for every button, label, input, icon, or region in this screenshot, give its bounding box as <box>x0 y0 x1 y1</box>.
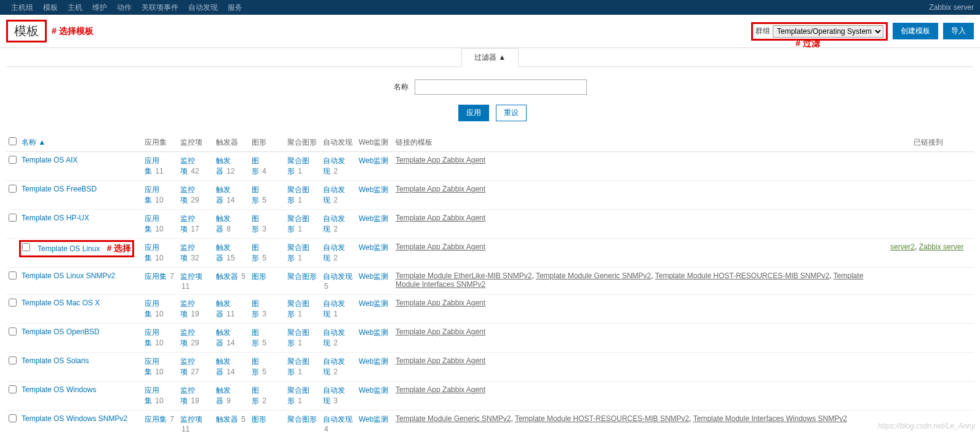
row-checkbox[interactable] <box>9 156 17 164</box>
cell-link[interactable]: 图形 <box>252 415 266 424</box>
col-web: Web监测 <box>356 134 393 152</box>
cell-link[interactable]: 图形 <box>252 357 259 376</box>
web-link[interactable]: Web监测 <box>359 357 388 366</box>
count: 42 <box>191 167 199 175</box>
web-link[interactable]: Web监测 <box>359 243 388 252</box>
count: 12 <box>226 167 234 175</box>
filter-name-input[interactable] <box>415 79 587 95</box>
web-link[interactable]: Web监测 <box>359 156 388 165</box>
cell-link[interactable]: 图形 <box>252 243 259 262</box>
template-name-link[interactable]: Template OS Windows <box>22 385 96 394</box>
web-link[interactable]: Web监测 <box>359 272 388 281</box>
row-checkbox[interactable] <box>9 214 17 222</box>
linked-template[interactable]: Template App Zabbix Agent <box>396 214 485 222</box>
cell-link[interactable]: 图形 <box>252 272 266 281</box>
col-name[interactable]: 名称 ▲ <box>19 134 142 152</box>
cell-link[interactable]: 图形 <box>252 328 259 347</box>
cell-link[interactable]: 自动发现 <box>323 415 353 424</box>
nav-item[interactable]: 动作 <box>112 2 137 13</box>
cell-link[interactable]: 自动发现 <box>323 272 353 281</box>
linked-template[interactable]: Template App Zabbix Agent <box>396 328 485 336</box>
web-link[interactable]: Web监测 <box>359 214 388 223</box>
count: 10 <box>155 254 163 262</box>
filter-tab[interactable]: 过滤器 ▲ <box>461 48 519 67</box>
group-filter-box: 群组 Templates/Operating Systems <box>751 22 888 41</box>
count: 2 <box>333 225 338 233</box>
nav-item[interactable]: 服务 <box>223 2 247 13</box>
nav-item[interactable]: 主机组 <box>6 2 38 13</box>
template-name-link[interactable]: Template OS Linux SNMPv2 <box>22 271 115 280</box>
linked-template[interactable]: Template Module Generic SNMPv2 <box>536 271 651 280</box>
web-link[interactable]: Web监测 <box>359 415 388 424</box>
cell-link[interactable]: 聚合图形 <box>287 272 317 281</box>
count: 10 <box>155 368 163 376</box>
row-checkbox[interactable] <box>9 299 17 307</box>
create-template-button[interactable]: 创建模板 <box>893 23 938 39</box>
linked-template[interactable]: Template Module HOST-RESOURCES-MIB SNMPv… <box>515 414 689 423</box>
row-checkbox[interactable] <box>9 414 17 422</box>
linked-template[interactable]: Template Module EtherLike-MIB SNMPv2 <box>396 271 532 280</box>
nav-item[interactable]: 模板 <box>38 2 63 13</box>
cell-link[interactable]: 图形 <box>252 299 259 318</box>
linked-template[interactable]: Template App Zabbix Agent <box>396 185 485 193</box>
template-name-link[interactable]: Template OS Mac OS X <box>22 299 100 307</box>
count: 14 <box>226 368 234 376</box>
cell-link[interactable]: 图形 <box>252 156 259 175</box>
group-select[interactable]: Templates/Operating Systems <box>773 25 883 38</box>
cell-link[interactable]: 监控项 <box>180 415 202 424</box>
cell-link[interactable]: 触发器 <box>216 415 238 424</box>
cell-link[interactable]: 应用集 <box>145 415 167 424</box>
linked-template[interactable]: Template App Zabbix Agent <box>396 243 485 251</box>
linked-to[interactable]: Zabbix server <box>919 243 964 251</box>
linked-template[interactable]: Template Module HOST-RESOURCES-MIB SNMPv… <box>655 271 829 280</box>
web-link[interactable]: Web监测 <box>359 386 388 395</box>
nav-item[interactable]: 维护 <box>87 2 112 13</box>
cell-link[interactable]: 图形 <box>252 386 259 405</box>
template-name-link[interactable]: Template OS HP-UX <box>22 214 89 222</box>
template-name-link[interactable]: Template OS OpenBSD <box>22 328 100 336</box>
web-link[interactable]: Web监测 <box>359 185 388 194</box>
row-checkbox[interactable] <box>9 385 17 393</box>
annotation-select: # 选择 <box>107 243 132 253</box>
reset-button[interactable]: 重设 <box>496 105 527 121</box>
linked-template[interactable]: Template Module Interfaces Windows SNMPv… <box>693 414 847 423</box>
template-name-link[interactable]: Template OS Solaris <box>22 356 89 365</box>
template-name-link[interactable]: Template OS Linux <box>38 244 100 253</box>
apply-button[interactable]: 应用 <box>458 105 489 121</box>
table-row: Template OS Windows SNMPv2 应用集 7 监控项 11 … <box>6 411 974 435</box>
web-link[interactable]: Web监测 <box>359 328 388 337</box>
linked-to[interactable]: server2 <box>890 243 915 251</box>
nav-item[interactable]: 自动发现 <box>183 2 223 13</box>
filter-tabs: 过滤器 ▲ <box>6 48 974 67</box>
row-checkbox[interactable] <box>9 185 17 193</box>
import-button[interactable]: 导入 <box>943 23 974 39</box>
linked-template[interactable]: Template App Zabbix Agent <box>396 299 485 307</box>
count: 8 <box>226 225 231 233</box>
cell-link[interactable]: 聚合图形 <box>287 415 317 424</box>
count: 1 <box>298 225 302 233</box>
cell-link[interactable]: 监控项 <box>180 272 202 281</box>
template-name-link[interactable]: Template OS AIX <box>22 156 78 164</box>
cell-link[interactable]: 触发器 <box>216 272 238 281</box>
count: 27 <box>191 368 199 376</box>
template-name-link[interactable]: Template OS FreeBSD <box>22 185 97 193</box>
cell-link[interactable]: 应用集 <box>145 272 167 281</box>
linked-template[interactable]: Template App Zabbix Agent <box>396 356 485 365</box>
count: 4 <box>324 425 329 433</box>
web-link[interactable]: Web监测 <box>359 299 388 308</box>
linked-template[interactable]: Template Module Generic SNMPv2 <box>396 414 511 423</box>
linked-template[interactable]: Template App Zabbix Agent <box>396 385 485 394</box>
count: 1 <box>298 167 302 175</box>
count: 2 <box>333 196 338 204</box>
linked-template[interactable]: Template App Zabbix Agent <box>396 156 485 164</box>
template-name-link[interactable]: Template OS Windows SNMPv2 <box>22 414 127 423</box>
row-checkbox[interactable] <box>9 328 17 336</box>
nav-item[interactable]: 关联项事件 <box>137 2 183 13</box>
cell-link[interactable]: 图形 <box>252 214 259 233</box>
row-checkbox[interactable] <box>22 243 30 251</box>
row-checkbox[interactable] <box>9 271 17 279</box>
nav-item[interactable]: 主机 <box>63 2 87 13</box>
cell-link[interactable]: 图形 <box>252 185 259 204</box>
row-checkbox[interactable] <box>9 356 17 364</box>
select-all-checkbox[interactable] <box>9 137 17 145</box>
